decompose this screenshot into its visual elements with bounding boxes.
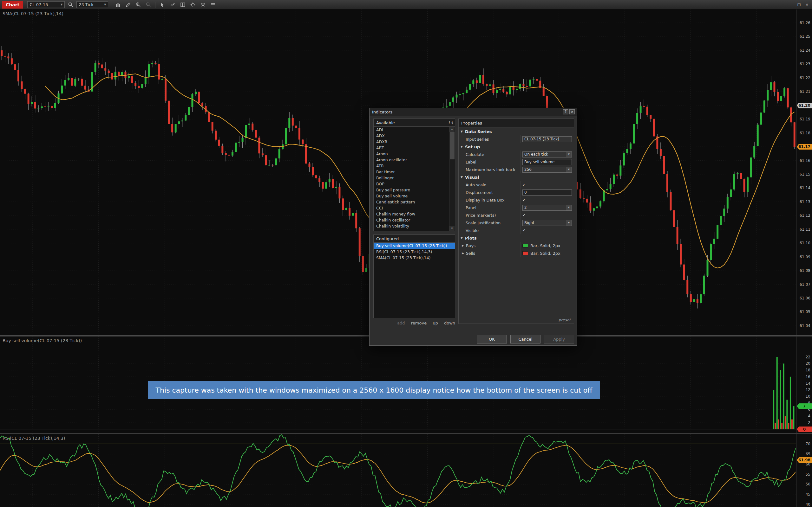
price-axis[interactable]: 61.2661.2561.2461.2361.2261.2161.2061.19…: [796, 9, 812, 335]
available-item[interactable]: Buy sell pressure: [374, 187, 455, 193]
axis-label: 61.26: [800, 20, 810, 25]
rsi-chart-plot[interactable]: [0, 434, 796, 507]
minimize-button[interactable]: —: [788, 2, 794, 8]
property-input[interactable]: 0: [522, 189, 572, 195]
list-icon[interactable]: [209, 1, 217, 9]
axis-label: 50: [806, 482, 810, 487]
configured-item[interactable]: Buy sell volume(CL 07-15 (23 Tick)): [374, 243, 455, 249]
property-input[interactable]: Buy sell volume: [522, 159, 572, 165]
available-item[interactable]: Chaikin money flow: [374, 211, 455, 217]
help-button[interactable]: ?: [563, 109, 568, 114]
scroll-down-icon[interactable]: ▼: [450, 226, 455, 231]
checkbox-checked-icon[interactable]: ✔: [522, 213, 525, 217]
remove-button[interactable]: remove: [411, 321, 426, 326]
configured-item[interactable]: RSI(CL 07-15 (23 Tick),14,3): [374, 249, 455, 255]
close-icon[interactable]: ×: [569, 109, 575, 114]
instrument-selector[interactable]: CL 07-15 ▼: [27, 1, 65, 8]
collapse-arrow-icon[interactable]: ▼: [461, 236, 463, 239]
property-select[interactable]: 256▼: [522, 167, 572, 173]
ok-button[interactable]: OK: [477, 335, 507, 343]
axis-label: 61.07: [800, 282, 810, 287]
price-marker: 0: [797, 427, 812, 432]
available-item[interactable]: ADXR: [374, 139, 455, 145]
available-item[interactable]: Bar timer: [374, 169, 455, 175]
available-item[interactable]: APZ: [374, 145, 455, 151]
pencil-icon[interactable]: [124, 1, 132, 9]
scrollbar-thumb[interactable]: [450, 132, 455, 159]
crosshair-icon[interactable]: [189, 1, 197, 9]
up-button[interactable]: up: [433, 321, 438, 326]
interval-selector[interactable]: 23 Tick ▼: [77, 1, 108, 8]
scrollbar[interactable]: ▲▼: [449, 127, 455, 231]
cancel-button[interactable]: Cancel: [510, 335, 541, 343]
select-value: On each tick: [524, 152, 548, 157]
panel-splitter[interactable]: [0, 433, 812, 434]
volume-axis[interactable]: 22201816141210864270: [796, 337, 812, 433]
axis-label: 10: [806, 394, 810, 399]
axis-label: 61.22: [800, 76, 810, 80]
down-button[interactable]: down: [444, 321, 455, 326]
available-item[interactable]: ADX: [374, 133, 455, 139]
spinner-icon[interactable]: ▲▼: [451, 121, 453, 124]
collapse-arrow-icon[interactable]: ▼: [461, 176, 463, 179]
expand-arrow-icon[interactable]: ▶: [462, 251, 464, 255]
chevron-down-icon: ▼: [104, 3, 106, 6]
info-icon[interactable]: i: [448, 120, 450, 125]
collapse-arrow-icon[interactable]: ▼: [461, 130, 463, 133]
property-group[interactable]: ▼Plots: [459, 234, 574, 242]
property-select[interactable]: Right▼: [522, 220, 572, 226]
available-item[interactable]: Aroon oscillator: [374, 157, 455, 163]
available-item[interactable]: Aroon: [374, 151, 455, 157]
available-item[interactable]: Candlestick pattern: [374, 199, 455, 205]
trend-icon[interactable]: [168, 1, 177, 9]
property-row: LabelBuy sell volume: [459, 158, 574, 166]
property-group[interactable]: ▼Visual: [459, 173, 574, 181]
bar-type-icon[interactable]: [113, 1, 122, 9]
available-item[interactable]: BOP: [374, 181, 455, 187]
axis-label: 45: [806, 492, 810, 497]
available-item[interactable]: Bollinger: [374, 175, 455, 181]
checkbox-checked-icon[interactable]: ✔: [522, 198, 525, 202]
add-button[interactable]: add: [397, 321, 405, 326]
rsi-axis[interactable]: 7065605550454061.98: [796, 434, 812, 507]
property-select[interactable]: 2▼: [522, 205, 572, 211]
scroll-up-icon[interactable]: ▲: [450, 127, 455, 132]
available-item[interactable]: ATR: [374, 163, 455, 169]
chart-window-tab[interactable]: Chart: [2, 1, 23, 9]
zoom-in-icon[interactable]: [134, 1, 142, 9]
close-window-button[interactable]: ×: [804, 2, 810, 8]
axis-label: 61.23: [800, 62, 810, 66]
property-label: Display in Data Box: [459, 198, 520, 203]
collapse-arrow-icon[interactable]: ▼: [461, 145, 463, 148]
maximize-button[interactable]: □: [796, 2, 802, 8]
property-group[interactable]: ▼Data Series: [459, 128, 574, 135]
configured-list[interactable]: Buy sell volume(CL 07-15 (23 Tick))RSI(C…: [373, 243, 455, 318]
expand-arrow-icon[interactable]: ▶: [462, 244, 464, 247]
dialog-title-bar[interactable]: Indicators: [369, 108, 577, 116]
axis-label: 61.10: [800, 241, 810, 245]
checkbox-checked-icon[interactable]: ✔: [522, 228, 525, 233]
available-item[interactable]: Buy sell volume: [374, 193, 455, 199]
property-select[interactable]: On each tick▼: [522, 152, 572, 158]
apply-button[interactable]: Apply: [544, 335, 574, 343]
cursor-icon[interactable]: [158, 1, 166, 9]
search-icon[interactable]: [66, 1, 75, 9]
configured-item[interactable]: SMA(CL 07-15 (23 Tick),14): [374, 255, 455, 261]
preset-button[interactable]: preset: [559, 318, 571, 322]
zoom-out-icon[interactable]: [144, 1, 153, 9]
available-item[interactable]: ADL: [374, 127, 455, 133]
axis-label: 61.08: [800, 268, 810, 273]
panel-layout-icon[interactable]: [178, 1, 187, 9]
available-item[interactable]: Chaikin oscillator: [374, 217, 455, 223]
property-label: Label: [459, 160, 520, 164]
available-item[interactable]: Chaikin volatility: [374, 223, 455, 229]
property-field[interactable]: CL 07-15 (23 Tick): [522, 136, 572, 142]
gear-icon[interactable]: [199, 1, 207, 9]
checkbox-checked-icon[interactable]: ✔: [522, 183, 525, 187]
property-group[interactable]: ▼Set up: [459, 143, 574, 151]
available-item[interactable]: CCI: [374, 205, 455, 211]
axis-label: 61.06: [800, 296, 810, 300]
available-list[interactable]: ADLADXADXRAPZAroonAroon oscillatorATRBar…: [373, 127, 455, 231]
property-label: Panel: [459, 205, 520, 210]
axis-label: 61.14: [800, 186, 810, 190]
